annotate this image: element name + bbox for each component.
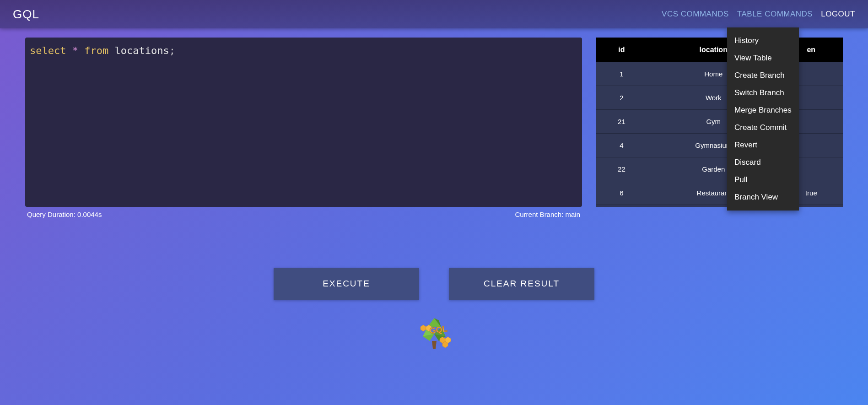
current-branch-label: Current Branch: main <box>515 211 580 218</box>
table-row: 22 Garden <box>596 157 843 181</box>
svg-marker-7 <box>421 325 426 331</box>
dropdown-item-history[interactable]: History <box>727 32 799 49</box>
action-buttons-row: EXECUTE CLEAR RESULT <box>0 268 868 300</box>
table-row: 2 Work <box>596 86 843 110</box>
app-logo: GQL <box>13 7 39 22</box>
table-header-id: id <box>596 38 647 62</box>
results-table: id location en 1 Home 2 Work <box>596 38 843 205</box>
svg-text:GQL: GQL <box>429 324 447 335</box>
vcs-dropdown-menu: History View Table Create Branch Switch … <box>727 27 799 211</box>
table-cell: 4 <box>596 134 647 157</box>
results-table-wrapper[interactable]: id location en 1 Home 2 Work <box>596 38 843 207</box>
sql-semicolon: ; <box>169 45 175 56</box>
dropdown-item-create-branch[interactable]: Create Branch <box>727 67 799 84</box>
editor-footer: Query Duration: 0.0044s Current Branch: … <box>25 207 582 222</box>
footer-logo-container: GQL <box>0 316 868 350</box>
dropdown-item-merge-branches[interactable]: Merge Branches <box>727 102 799 119</box>
table-row: 6 Restaurant true <box>596 181 843 205</box>
table-cell: 2 <box>596 86 647 110</box>
table-row: 1 Home <box>596 62 843 86</box>
table-cell: 21 <box>596 110 647 134</box>
svg-marker-6 <box>432 341 437 349</box>
execute-button[interactable]: EXECUTE <box>274 268 419 300</box>
sql-identifier: locations <box>114 45 169 56</box>
dropdown-item-discard[interactable]: Discard <box>727 154 799 171</box>
table-cell: 6 <box>596 181 647 205</box>
main-content: select * from locations; Query Duration:… <box>0 28 868 231</box>
editor-section: select * from locations; Query Duration:… <box>25 38 582 222</box>
dropdown-item-pull[interactable]: Pull <box>727 171 799 189</box>
table-row: 4 Gymnasium <box>596 134 843 157</box>
nav-logout[interactable]: LOGOUT <box>821 10 855 19</box>
nav-vcs-commands[interactable]: VCS COMMANDS <box>662 10 729 19</box>
sql-star: * <box>72 45 78 56</box>
dropdown-item-branch-view[interactable]: Branch View <box>727 189 799 206</box>
navbar: GQL VCS COMMANDS TABLE COMMANDS LOGOUT <box>0 0 868 28</box>
table-cell: 1 <box>596 62 647 86</box>
dropdown-item-revert[interactable]: Revert <box>727 136 799 154</box>
sql-keyword: select <box>30 45 66 56</box>
sql-keyword: from <box>84 45 108 56</box>
nav-links: VCS COMMANDS TABLE COMMANDS LOGOUT <box>662 10 855 19</box>
query-duration-label: Query Duration: 0.0044s <box>27 211 102 218</box>
nav-table-commands[interactable]: TABLE COMMANDS <box>737 10 813 19</box>
sql-editor[interactable]: select * from locations; <box>25 38 582 207</box>
results-section: id location en 1 Home 2 Work <box>596 38 843 222</box>
table-row: 21 Gym <box>596 110 843 134</box>
dropdown-item-create-commit[interactable]: Create Commit <box>727 119 799 136</box>
table-cell: 22 <box>596 157 647 181</box>
dropdown-item-switch-branch[interactable]: Switch Branch <box>727 84 799 102</box>
gql-tree-logo-icon: GQL <box>411 316 457 350</box>
dropdown-item-view-table[interactable]: View Table <box>727 49 799 67</box>
clear-result-button[interactable]: CLEAR RESULT <box>449 268 594 300</box>
table-header-row: id location en <box>596 38 843 62</box>
